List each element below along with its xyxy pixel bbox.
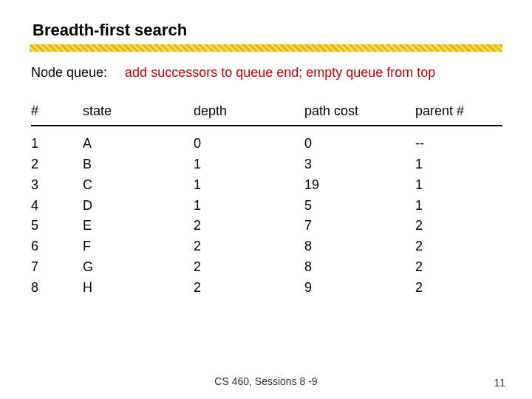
queue-label: Node queue: <box>31 65 107 81</box>
footer-text: CS 460, Sessions 8 -9 <box>214 375 317 387</box>
cell-parent: 2 <box>415 216 497 236</box>
cell-parent: 1 <box>415 175 497 196</box>
node-queue-table: # state depth path cost parent # 1 A 0 0… <box>31 101 502 299</box>
table-row: 8 H 2 9 2 <box>31 278 502 299</box>
table-row: 2 B 1 3 1 <box>31 154 502 175</box>
title-underline <box>30 44 502 52</box>
cell-state: E <box>83 216 194 236</box>
cell-num: 3 <box>31 175 83 196</box>
table-header-rule <box>31 125 502 126</box>
cell-state: G <box>83 257 194 278</box>
cell-depth: 1 <box>194 154 304 175</box>
cell-depth: 2 <box>194 278 304 299</box>
table-row: 1 A 0 0 -- <box>31 134 502 154</box>
cell-path-cost: 3 <box>304 154 415 175</box>
cell-parent: 2 <box>415 236 497 257</box>
cell-state: A <box>83 134 194 154</box>
cell-path-cost: 5 <box>304 196 415 216</box>
cell-path-cost: 9 <box>304 278 415 299</box>
table-row: 3 C 1 19 1 <box>31 175 502 196</box>
col-header-depth: depth <box>194 101 304 122</box>
table-header-row: # state depth path cost parent # <box>31 101 502 122</box>
col-header-parent: parent # <box>415 101 497 122</box>
cell-state: H <box>83 278 194 299</box>
cell-path-cost: 8 <box>304 257 415 278</box>
cell-parent: -- <box>415 134 497 154</box>
slide-title: Breadth-first search <box>33 21 502 40</box>
cell-parent: 2 <box>415 278 497 299</box>
cell-num: 1 <box>31 134 83 154</box>
cell-parent: 1 <box>415 154 497 175</box>
cell-depth: 2 <box>194 216 304 236</box>
cell-state: B <box>83 154 194 175</box>
col-header-num: # <box>31 101 83 122</box>
col-header-state: state <box>83 101 194 122</box>
queue-line: Node queue: add successors to queue end;… <box>31 65 502 81</box>
cell-parent: 1 <box>415 196 497 216</box>
table-row: 6 F 2 8 2 <box>31 236 502 257</box>
table-row: 7 G 2 8 2 <box>31 257 502 278</box>
slide: Breadth-first search Node queue: add suc… <box>0 0 532 399</box>
cell-path-cost: 0 <box>304 134 415 154</box>
cell-state: D <box>83 196 194 216</box>
cell-path-cost: 8 <box>304 236 415 257</box>
cell-num: 7 <box>31 257 83 278</box>
cell-depth: 1 <box>194 175 304 196</box>
cell-state: C <box>83 175 194 196</box>
cell-depth: 2 <box>194 257 304 278</box>
slide-footer: CS 460, Sessions 8 -9 <box>0 375 532 387</box>
page-number: 11 <box>494 377 505 389</box>
col-header-path-cost: path cost <box>304 101 415 122</box>
cell-num: 2 <box>31 154 83 175</box>
cell-state: F <box>83 236 194 257</box>
cell-depth: 2 <box>194 236 304 257</box>
cell-depth: 1 <box>194 196 304 216</box>
queue-description: add successors to queue end; empty queue… <box>125 65 435 81</box>
cell-parent: 2 <box>415 257 497 278</box>
cell-path-cost: 19 <box>304 175 415 196</box>
cell-num: 6 <box>31 236 83 257</box>
cell-num: 5 <box>31 216 83 236</box>
table-row: 5 E 2 7 2 <box>31 216 502 236</box>
cell-num: 8 <box>31 278 83 299</box>
table-row: 4 D 1 5 1 <box>31 196 502 216</box>
cell-depth: 0 <box>194 134 304 154</box>
cell-path-cost: 7 <box>304 216 415 236</box>
cell-num: 4 <box>31 196 83 216</box>
